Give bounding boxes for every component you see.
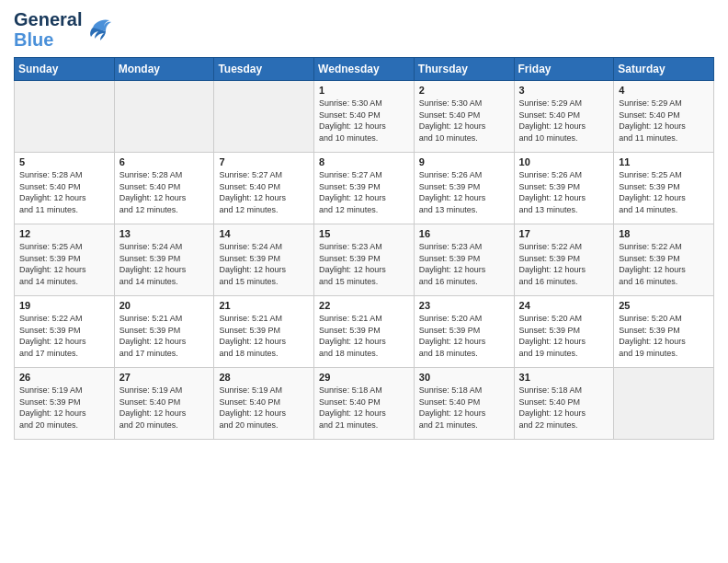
calendar-cell: 8Sunrise: 5:27 AM Sunset: 5:39 PM Daylig… (314, 153, 415, 224)
day-number: 29 (319, 372, 409, 383)
day-number: 16 (419, 228, 509, 239)
day-number: 7 (219, 156, 309, 167)
logo-bird-icon (85, 15, 113, 44)
day-info: Sunrise: 5:20 AM Sunset: 5:39 PM Dayligh… (619, 313, 709, 359)
day-number: 26 (19, 372, 109, 383)
calendar-cell: 28Sunrise: 5:19 AM Sunset: 5:40 PM Dayli… (214, 368, 314, 440)
day-number: 6 (119, 156, 210, 167)
day-number: 17 (519, 228, 609, 239)
day-info: Sunrise: 5:22 AM Sunset: 5:39 PM Dayligh… (19, 313, 109, 359)
calendar-cell: 4Sunrise: 5:29 AM Sunset: 5:40 PM Daylig… (614, 81, 714, 153)
logo-general: General (14, 9, 82, 29)
day-info: Sunrise: 5:25 AM Sunset: 5:39 PM Dayligh… (619, 169, 709, 215)
day-info: Sunrise: 5:19 AM Sunset: 5:40 PM Dayligh… (119, 385, 210, 431)
calendar-cell: 11Sunrise: 5:25 AM Sunset: 5:39 PM Dayli… (614, 153, 714, 224)
day-info: Sunrise: 5:28 AM Sunset: 5:40 PM Dayligh… (119, 169, 210, 215)
day-number: 30 (419, 372, 509, 383)
day-number: 14 (219, 228, 309, 239)
calendar-cell: 2Sunrise: 5:30 AM Sunset: 5:40 PM Daylig… (414, 81, 514, 153)
calendar-cell: 3Sunrise: 5:29 AM Sunset: 5:40 PM Daylig… (514, 81, 614, 153)
calendar-cell: 5Sunrise: 5:28 AM Sunset: 5:40 PM Daylig… (15, 153, 115, 224)
day-number: 19 (19, 300, 109, 311)
calendar-cell: 10Sunrise: 5:26 AM Sunset: 5:39 PM Dayli… (514, 153, 614, 224)
day-info: Sunrise: 5:26 AM Sunset: 5:39 PM Dayligh… (519, 169, 609, 215)
calendar-cell: 24Sunrise: 5:20 AM Sunset: 5:39 PM Dayli… (514, 296, 614, 368)
day-info: Sunrise: 5:21 AM Sunset: 5:39 PM Dayligh… (319, 313, 409, 359)
calendar-cell: 13Sunrise: 5:24 AM Sunset: 5:39 PM Dayli… (114, 224, 214, 296)
calendar-cell: 22Sunrise: 5:21 AM Sunset: 5:39 PM Dayli… (314, 296, 415, 368)
day-info: Sunrise: 5:25 AM Sunset: 5:39 PM Dayligh… (19, 241, 109, 287)
calendar-table: SundayMondayTuesdayWednesdayThursdayFrid… (14, 57, 714, 440)
calendar-cell: 14Sunrise: 5:24 AM Sunset: 5:39 PM Dayli… (214, 224, 314, 296)
day-info: Sunrise: 5:23 AM Sunset: 5:39 PM Dayligh… (319, 241, 409, 287)
day-info: Sunrise: 5:19 AM Sunset: 5:39 PM Dayligh… (19, 385, 109, 431)
calendar-cell: 30Sunrise: 5:18 AM Sunset: 5:40 PM Dayli… (414, 368, 514, 440)
calendar-cell: 23Sunrise: 5:20 AM Sunset: 5:39 PM Dayli… (414, 296, 514, 368)
day-number: 25 (619, 300, 709, 311)
calendar-cell: 26Sunrise: 5:19 AM Sunset: 5:39 PM Dayli… (15, 368, 115, 440)
day-info: Sunrise: 5:20 AM Sunset: 5:39 PM Dayligh… (419, 313, 509, 359)
calendar-cell: 19Sunrise: 5:22 AM Sunset: 5:39 PM Dayli… (15, 296, 115, 368)
calendar-header: General Blue (14, 9, 714, 50)
logo-blue: Blue (14, 29, 82, 50)
day-number: 24 (519, 300, 609, 311)
logo: General Blue (14, 9, 113, 50)
calendar-container: General Blue SundayMondayTues (0, 0, 728, 449)
weekday-header-sunday: Sunday (15, 58, 115, 81)
calendar-week-row: 26Sunrise: 5:19 AM Sunset: 5:39 PM Dayli… (15, 368, 714, 440)
day-number: 28 (219, 372, 309, 383)
day-number: 13 (119, 228, 210, 239)
day-number: 18 (619, 228, 709, 239)
weekday-header-tuesday: Tuesday (214, 58, 314, 81)
day-info: Sunrise: 5:26 AM Sunset: 5:39 PM Dayligh… (419, 169, 509, 215)
day-info: Sunrise: 5:29 AM Sunset: 5:40 PM Dayligh… (519, 98, 609, 144)
day-info: Sunrise: 5:24 AM Sunset: 5:39 PM Dayligh… (119, 241, 210, 287)
calendar-cell: 15Sunrise: 5:23 AM Sunset: 5:39 PM Dayli… (314, 224, 415, 296)
day-info: Sunrise: 5:27 AM Sunset: 5:40 PM Dayligh… (219, 169, 309, 215)
day-info: Sunrise: 5:18 AM Sunset: 5:40 PM Dayligh… (519, 385, 609, 431)
calendar-cell: 7Sunrise: 5:27 AM Sunset: 5:40 PM Daylig… (214, 153, 314, 224)
day-number: 20 (119, 300, 210, 311)
day-info: Sunrise: 5:21 AM Sunset: 5:39 PM Dayligh… (219, 313, 309, 359)
day-number: 5 (19, 156, 109, 167)
calendar-cell: 21Sunrise: 5:21 AM Sunset: 5:39 PM Dayli… (214, 296, 314, 368)
day-info: Sunrise: 5:28 AM Sunset: 5:40 PM Dayligh… (19, 169, 109, 215)
day-info: Sunrise: 5:30 AM Sunset: 5:40 PM Dayligh… (319, 98, 409, 144)
day-number: 11 (619, 156, 709, 167)
calendar-cell: 25Sunrise: 5:20 AM Sunset: 5:39 PM Dayli… (614, 296, 714, 368)
calendar-cell: 20Sunrise: 5:21 AM Sunset: 5:39 PM Dayli… (114, 296, 214, 368)
calendar-cell: 17Sunrise: 5:22 AM Sunset: 5:39 PM Dayli… (514, 224, 614, 296)
day-number: 4 (619, 85, 709, 96)
day-number: 10 (519, 156, 609, 167)
day-number: 27 (119, 372, 210, 383)
day-info: Sunrise: 5:24 AM Sunset: 5:39 PM Dayligh… (219, 241, 309, 287)
day-info: Sunrise: 5:18 AM Sunset: 5:40 PM Dayligh… (419, 385, 509, 431)
calendar-cell (214, 81, 314, 153)
day-info: Sunrise: 5:19 AM Sunset: 5:40 PM Dayligh… (219, 385, 309, 431)
day-info: Sunrise: 5:22 AM Sunset: 5:39 PM Dayligh… (519, 241, 609, 287)
day-number: 22 (319, 300, 409, 311)
day-info: Sunrise: 5:29 AM Sunset: 5:40 PM Dayligh… (619, 98, 709, 144)
weekday-header-saturday: Saturday (614, 58, 714, 81)
day-number: 12 (19, 228, 109, 239)
day-info: Sunrise: 5:21 AM Sunset: 5:39 PM Dayligh… (119, 313, 210, 359)
weekday-header-monday: Monday (114, 58, 214, 81)
calendar-cell (114, 81, 214, 153)
weekday-header-thursday: Thursday (414, 58, 514, 81)
calendar-header-row: SundayMondayTuesdayWednesdayThursdayFrid… (15, 58, 714, 81)
calendar-cell: 31Sunrise: 5:18 AM Sunset: 5:40 PM Dayli… (514, 368, 614, 440)
calendar-cell: 1Sunrise: 5:30 AM Sunset: 5:40 PM Daylig… (314, 81, 415, 153)
day-number: 3 (519, 85, 609, 96)
weekday-header-wednesday: Wednesday (314, 58, 415, 81)
calendar-cell: 6Sunrise: 5:28 AM Sunset: 5:40 PM Daylig… (114, 153, 214, 224)
day-number: 31 (519, 372, 609, 383)
day-number: 15 (319, 228, 409, 239)
calendar-cell: 29Sunrise: 5:18 AM Sunset: 5:40 PM Dayli… (314, 368, 415, 440)
day-info: Sunrise: 5:23 AM Sunset: 5:39 PM Dayligh… (419, 241, 509, 287)
calendar-cell: 9Sunrise: 5:26 AM Sunset: 5:39 PM Daylig… (414, 153, 514, 224)
calendar-cell: 27Sunrise: 5:19 AM Sunset: 5:40 PM Dayli… (114, 368, 214, 440)
weekday-header-friday: Friday (514, 58, 614, 81)
day-number: 1 (319, 85, 409, 96)
calendar-week-row: 5Sunrise: 5:28 AM Sunset: 5:40 PM Daylig… (15, 153, 714, 224)
day-info: Sunrise: 5:18 AM Sunset: 5:40 PM Dayligh… (319, 385, 409, 431)
